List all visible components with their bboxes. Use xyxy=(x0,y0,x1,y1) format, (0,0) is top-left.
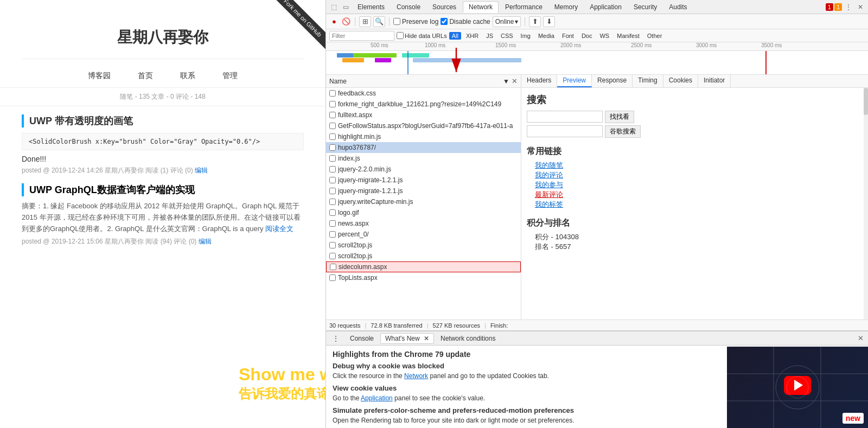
preview-link-0[interactable]: 我的随笔 xyxy=(535,161,863,170)
file-item-checkbox-2[interactable] xyxy=(329,112,336,118)
console-bottom-tab-whatsnew[interactable]: What's New ✕ xyxy=(380,333,434,344)
hide-data-urls-checkbox[interactable] xyxy=(397,32,404,39)
post2-readmore-link[interactable]: 阅读全文 xyxy=(265,225,293,233)
preview-search-btn1[interactable]: 找找看 xyxy=(605,111,634,123)
console-close-icon[interactable]: ✕ xyxy=(856,333,866,343)
hide-data-urls-label[interactable]: Hide data URLs xyxy=(397,32,447,39)
file-item-checkbox-8[interactable] xyxy=(329,177,336,183)
file-item-checkbox-1[interactable] xyxy=(329,101,336,107)
filter-font[interactable]: Font xyxy=(559,32,577,40)
preview-scrollbar-thumb[interactable] xyxy=(864,88,868,115)
online-dropdown[interactable]: Online ▾ xyxy=(493,16,521,27)
request-tab-preview[interactable]: Preview xyxy=(557,75,592,87)
file-item-checkbox-3[interactable] xyxy=(329,123,336,129)
tab-security[interactable]: Security xyxy=(628,2,662,12)
file-item-5[interactable]: hupo376787/ xyxy=(326,142,521,153)
file-item-14[interactable]: scroll2top.js xyxy=(326,240,521,251)
file-list-scroll[interactable]: feedback.css forkme_right_darkblue_12162… xyxy=(326,88,521,320)
tab-performance[interactable]: Performance xyxy=(500,2,548,12)
file-item-checkbox-13[interactable] xyxy=(329,231,336,238)
whatsnew-tab-close[interactable]: ✕ xyxy=(424,335,429,342)
post1-title-link[interactable]: UWP 带有透明度的画笔 xyxy=(29,116,133,126)
file-item-10[interactable]: jquery.writeCapture-min.js xyxy=(326,196,521,207)
file-item-2[interactable]: fulltext.aspx xyxy=(326,110,521,120)
tab-audits[interactable]: Audits xyxy=(663,2,692,12)
filter-xhr[interactable]: XHR xyxy=(463,32,481,40)
file-item-9[interactable]: jquery-migrate-1.2.1.js xyxy=(326,186,521,196)
preview-search-input2[interactable] xyxy=(527,125,603,137)
export-icon-btn[interactable]: ⬇ xyxy=(543,16,555,27)
file-item-12[interactable]: news.aspx xyxy=(326,218,521,229)
filter-img[interactable]: Img xyxy=(518,32,533,40)
preview-search-input1[interactable] xyxy=(527,111,603,123)
import-icon-btn[interactable]: ⬆ xyxy=(529,16,541,27)
filter-input[interactable] xyxy=(329,31,394,41)
preview-search-btn2[interactable]: 谷歌搜索 xyxy=(605,125,641,138)
tab-application[interactable]: Application xyxy=(584,2,627,12)
file-item-checkbox-9[interactable] xyxy=(329,188,336,194)
file-item-16[interactable]: sidecolumn.aspx xyxy=(326,261,521,272)
file-item-13[interactable]: percent_0/ xyxy=(326,229,521,240)
filter-icon-btn[interactable]: ⊞ xyxy=(359,16,371,27)
console-bottom-tab-console[interactable]: Console xyxy=(346,334,378,343)
request-tab-initiator[interactable]: Initiator xyxy=(698,75,731,87)
file-item-6[interactable]: index.js xyxy=(326,153,521,164)
more-options-icon[interactable]: ⋮ xyxy=(843,2,854,12)
tab-console[interactable]: Console xyxy=(391,2,426,12)
file-item-checkbox-16[interactable] xyxy=(330,264,336,270)
file-item-17[interactable]: TopLists.aspx xyxy=(326,272,521,283)
filter-media[interactable]: Media xyxy=(535,32,557,40)
file-item-checkbox-4[interactable] xyxy=(329,133,336,140)
filter-ws[interactable]: WS xyxy=(597,32,612,40)
whatsnew-application-link[interactable]: Application xyxy=(361,394,393,402)
file-item-15[interactable]: scroll2top.js xyxy=(326,251,521,261)
youtube-thumbnail[interactable]: new xyxy=(727,347,868,428)
filter-js[interactable]: JS xyxy=(483,32,496,40)
file-item-checkbox-14[interactable] xyxy=(329,242,336,248)
clear-btn[interactable]: 🚫 xyxy=(341,17,351,27)
tab-elements[interactable]: Elements xyxy=(352,2,390,12)
file-item-checkbox-7[interactable] xyxy=(329,166,336,173)
file-list-close-icon[interactable]: ✕ xyxy=(512,77,518,85)
preview-scrollbar[interactable] xyxy=(864,88,868,320)
preserve-log-label[interactable]: Preserve log xyxy=(393,18,438,25)
request-tab-headers[interactable]: Headers xyxy=(521,75,557,87)
preview-link-4[interactable]: 我的标签 xyxy=(535,200,863,209)
disable-cache-checkbox[interactable] xyxy=(441,18,448,25)
whatsnew-network-link[interactable]: Network xyxy=(404,372,428,380)
request-tab-cookies[interactable]: Cookies xyxy=(663,75,698,87)
file-item-1[interactable]: forkme_right_darkblue_121621.png?resize=… xyxy=(326,99,521,110)
device-icon[interactable]: ▭ xyxy=(340,2,351,12)
file-item-checkbox-12[interactable] xyxy=(329,220,336,227)
file-item-4[interactable]: highlight.min.js xyxy=(326,131,521,142)
post2-edit-link[interactable]: 编辑 xyxy=(199,238,212,245)
fork-banner-label[interactable]: Fork me on GitHub xyxy=(268,0,326,53)
preview-link-3[interactable]: 最新评论 xyxy=(535,190,863,200)
file-item-checkbox-5[interactable] xyxy=(329,144,336,151)
filter-css[interactable]: CSS xyxy=(498,32,516,40)
request-tab-timing[interactable]: Timing xyxy=(633,75,663,87)
console-bottom-tab-network[interactable]: Network conditions xyxy=(436,334,500,343)
tab-memory[interactable]: Memory xyxy=(549,2,583,12)
nav-item-0[interactable]: 博客园 xyxy=(88,71,111,81)
file-item-8[interactable]: jquery-migrate-1.2.1.js xyxy=(326,175,521,186)
file-item-checkbox-10[interactable] xyxy=(329,199,336,205)
file-item-checkbox-15[interactable] xyxy=(329,253,336,259)
nav-item-1[interactable]: 首页 xyxy=(138,71,153,81)
file-item-checkbox-6[interactable] xyxy=(329,155,336,162)
nav-item-2[interactable]: 联系 xyxy=(180,71,195,81)
request-tab-response[interactable]: Response xyxy=(592,75,633,87)
close-devtools-icon[interactable]: ✕ xyxy=(855,2,866,12)
filter-other[interactable]: Other xyxy=(644,32,665,40)
preserve-log-checkbox[interactable] xyxy=(393,18,400,25)
tab-sources[interactable]: Sources xyxy=(427,2,462,12)
inspect-icon[interactable]: ⬚ xyxy=(328,2,339,12)
console-bottom-tab-menu[interactable]: ⋮ xyxy=(328,334,343,343)
file-item-checkbox-0[interactable] xyxy=(329,90,336,97)
file-item-checkbox-17[interactable] xyxy=(329,274,336,281)
record-btn[interactable]: ● xyxy=(329,17,339,27)
filter-doc[interactable]: Doc xyxy=(579,32,595,40)
file-item-3[interactable]: GetFollowStatus.aspx?blogUserGuid=7af97f… xyxy=(326,120,521,131)
preview-link-2[interactable]: 我的参与 xyxy=(535,180,863,190)
nav-item-3[interactable]: 管理 xyxy=(222,71,238,81)
